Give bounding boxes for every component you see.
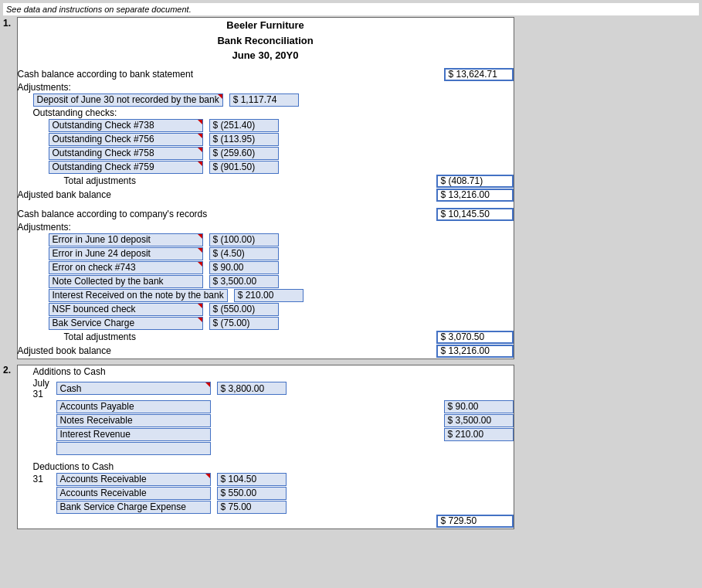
- deposit-label[interactable]: Deposit of June 30 not recorded by the b…: [33, 93, 223, 107]
- check-756-value[interactable]: $ (113.95): [209, 133, 279, 146]
- bank-balance-label: Cash balance according to bank statement: [18, 69, 193, 80]
- section2-num: 2.: [3, 365, 17, 529]
- item-nsf-value[interactable]: $ (550.00): [209, 303, 279, 316]
- company-item-0: Error in June 10 deposit $ (100.00): [18, 233, 514, 246]
- check-row-759: Outstanding Check #759 $ (901.50): [18, 161, 514, 174]
- company-header: Beeler Furniture Bank Reconciliation Jun…: [18, 18, 514, 63]
- adj-bank-row: Adjusted bank balance $ 13,216.00: [18, 189, 514, 202]
- interest-revenue-label[interactable]: Interest Revenue: [56, 428, 211, 441]
- right-col-2: [514, 365, 699, 529]
- interest-revenue-value[interactable]: $ 210.00: [444, 428, 514, 441]
- item-interest-value[interactable]: $ 210.00: [234, 289, 304, 302]
- company-adj-label: Adjustments:: [18, 222, 71, 233]
- cash-label[interactable]: Cash: [56, 382, 211, 395]
- adj-bank-label: Adjusted bank balance: [18, 189, 111, 200]
- check-758-value[interactable]: $ (259.60): [209, 147, 279, 160]
- outstanding-label-row: Outstanding checks:: [18, 107, 514, 118]
- check-758-label[interactable]: Outstanding Check #758: [49, 147, 203, 160]
- item-bank-service-value[interactable]: $ (75.00): [209, 317, 279, 330]
- deduction-total-row: $ 729.50: [18, 515, 514, 528]
- total-adj-bank-row: Total adjustments $ (408.71): [18, 175, 514, 188]
- header-note: See data and instructions on separate do…: [3, 3, 699, 15]
- main-table: 1. Beeler Furniture Bank Reconciliation …: [3, 17, 699, 529]
- deduction-1-label[interactable]: Accounts Receivable: [56, 487, 211, 500]
- interest-revenue-row: Interest Revenue $ 210.00: [18, 428, 514, 441]
- deduction-row-2: Bank Service Charge Expense $ 75.00: [18, 501, 514, 514]
- cash-value[interactable]: $ 3,800.00: [217, 382, 287, 395]
- july31-label: July 31: [18, 378, 56, 399]
- item-error-check743-label[interactable]: Error on check #743: [49, 261, 203, 274]
- deduction-total-value[interactable]: $ 729.50: [436, 515, 514, 528]
- check-756-label[interactable]: Outstanding Check #756: [49, 133, 203, 146]
- company-item-3: Note Collected by the bank $ 3,500.00: [18, 275, 514, 288]
- check-row-756: Outstanding Check #756 $ (113.95): [18, 133, 514, 146]
- check-738-label[interactable]: Outstanding Check #738: [49, 119, 203, 132]
- bank-balance-row: Cash balance according to bank statement…: [18, 68, 514, 81]
- item-bank-service-label[interactable]: Bak Service Charge: [49, 317, 203, 330]
- empty-input-1[interactable]: [56, 442, 211, 455]
- accounts-payable-row: Accounts Payable $ 90.00: [18, 400, 514, 413]
- item-note-collected-label[interactable]: Note Collected by the bank: [49, 275, 203, 288]
- company-item-2: Error on check #743 $ 90.00: [18, 261, 514, 274]
- check-759-value[interactable]: $ (901.50): [209, 161, 279, 174]
- spacer-row: [3, 359, 699, 365]
- adjustments-label: Adjustments:: [18, 82, 71, 93]
- notes-receivable-label[interactable]: Notes Receivable: [56, 414, 211, 427]
- deduction-row-1: Accounts Receivable $ 550.00: [18, 487, 514, 500]
- accounts-payable-value[interactable]: $ 90.00: [444, 400, 514, 413]
- company-item-1: Error in June 24 deposit $ (4.50): [18, 247, 514, 260]
- company-item-6: Bak Service Charge $ (75.00): [18, 317, 514, 330]
- company-balance-value[interactable]: $ 10,145.50: [436, 208, 514, 221]
- section1-content: Beeler Furniture Bank Reconciliation Jun…: [17, 18, 514, 359]
- adj-book-row: Adjusted book balance $ 13,216.00: [18, 345, 514, 358]
- company-item-5: NSF bounced check $ (550.00): [18, 303, 514, 316]
- report-title: Bank Reconciliation: [18, 33, 514, 49]
- cash-row: July 31 Cash $ 3,800.00: [18, 378, 514, 399]
- deposit-value[interactable]: $ 1,117.74: [229, 93, 299, 107]
- deduction-1-value[interactable]: $ 550.00: [217, 487, 287, 500]
- deposit-row: Deposit of June 30 not recorded by the b…: [18, 93, 514, 107]
- total-adj-label: Total adjustments: [18, 175, 136, 186]
- item-nsf-label[interactable]: NSF bounced check: [49, 303, 203, 316]
- item-interest-label[interactable]: Interest Received on the note by the ban…: [49, 289, 228, 302]
- bank-balance-value[interactable]: $ 13,624.71: [444, 68, 514, 81]
- item-error-june24-value[interactable]: $ (4.50): [209, 247, 279, 260]
- deductions-label: Deductions to Cash: [18, 461, 114, 472]
- adj-bank-value[interactable]: $ 13,216.00: [436, 189, 514, 202]
- deduction-2-label[interactable]: Bank Service Charge Expense: [56, 501, 211, 514]
- item-error-june24-label[interactable]: Error in June 24 deposit: [49, 247, 203, 260]
- notes-receivable-row: Notes Receivable $ 3,500.00: [18, 414, 514, 427]
- adj-book-value[interactable]: $ 13,216.00: [436, 345, 514, 358]
- total-adj-value[interactable]: $ (408.71): [436, 175, 514, 188]
- item-error-june10-value[interactable]: $ (100.00): [209, 233, 279, 246]
- item-error-check743-value[interactable]: $ 90.00: [209, 261, 279, 274]
- additions-header-row: Additions to Cash: [18, 366, 514, 377]
- item-error-june10-label[interactable]: Error in June 10 deposit: [49, 233, 203, 246]
- deduction-0-label[interactable]: Accounts Receivable: [56, 473, 211, 486]
- right-col-1: [514, 18, 699, 359]
- adj-book-label: Adjusted book balance: [18, 345, 111, 356]
- notes-receivable-value[interactable]: $ 3,500.00: [444, 414, 514, 427]
- company-balance-label: Cash balance according to company's reco…: [18, 209, 208, 219]
- section1-num: 1.: [3, 18, 17, 359]
- page: See data and instructions on separate do…: [0, 0, 702, 588]
- item-note-collected-value[interactable]: $ 3,500.00: [209, 275, 279, 288]
- company-balance-row: Cash balance according to company's reco…: [18, 208, 514, 221]
- section2-content: Additions to Cash July 31 Cash $ 3,800.0…: [17, 365, 514, 529]
- deduction-row-0: 31 Accounts Receivable $ 104.50: [18, 473, 514, 486]
- check-759-label[interactable]: Outstanding Check #759: [49, 161, 203, 174]
- additions-label: Additions to Cash: [18, 366, 106, 377]
- empty-row-2a: [18, 442, 514, 455]
- company-adj-label-row: Adjustments:: [18, 222, 514, 233]
- report-date: June 30, 20Y0: [18, 48, 514, 63]
- accounts-payable-label[interactable]: Accounts Payable: [56, 400, 211, 413]
- date31-label: 31: [18, 474, 56, 484]
- company-items-list: Error in June 10 deposit $ (100.00) Erro…: [18, 233, 514, 330]
- deduction-2-value[interactable]: $ 75.00: [217, 501, 287, 514]
- total-adj2-value[interactable]: $ 3,070.50: [436, 331, 514, 344]
- deduction-0-value[interactable]: $ 104.50: [217, 473, 287, 486]
- checks-list: Outstanding Check #738 $ (251.40) Outsta…: [18, 119, 514, 174]
- company-name: Beeler Furniture: [18, 18, 514, 33]
- adjustments-label-row: Adjustments:: [18, 82, 514, 93]
- check-738-value[interactable]: $ (251.40): [209, 119, 279, 132]
